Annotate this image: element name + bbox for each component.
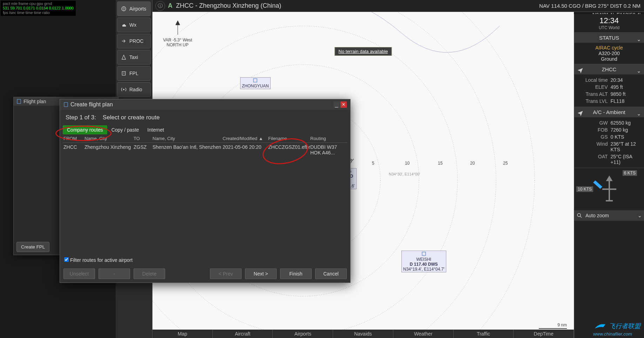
nav-label: PROC [129,38,143,44]
nav-wx[interactable]: Wx [117,18,151,32]
coord-tick: N34°30', E114°00' [389,172,420,176]
cell-from: ZHCC [63,144,84,155]
plane-icon [577,67,583,73]
airac-label: AIRAC cycle [577,45,641,51]
dialog-footer: Unselect - Delete < Prev Next > Finish C… [60,265,350,283]
route-tabs: Company routes Copy / paste Internet [63,125,347,134]
btab-navaids[interactable]: Navaids [333,330,393,338]
info-val: 236°T at 12 KTS [611,141,642,152]
btab-traffic[interactable]: Traffic [454,330,514,338]
unselect-button[interactable]: Unselect [63,269,95,279]
dialog-title[interactable]: Create flight plan _ × [60,99,350,110]
col-name2[interactable]: Name, City [152,136,223,141]
north-indicator: VAR -5.3° WestNORTH UP [163,19,192,47]
weather-icon [121,22,127,28]
col-to[interactable]: TO [134,136,152,141]
filter-checkbox[interactable]: Filter routes for active airport [60,255,350,265]
cell-routing: DUDBI W37 HOK A46... [310,144,347,155]
ground-status: Ground [577,56,641,62]
plane-icon [577,110,583,116]
info-val: 7260 kg [611,127,642,133]
status-section: AIRAC cycle A320-200 Ground [574,43,644,64]
close-icon[interactable]: × [340,101,347,108]
tab-internet[interactable]: Internet [143,125,168,134]
col-created[interactable]: Created/Modified ▲ [223,136,268,141]
status-header[interactable]: STATUS⌄ [574,33,644,43]
cell-name: Zhengzhou Xinzheng [84,144,134,155]
doc-icon [16,99,21,104]
nav-proc[interactable]: PROC [117,34,151,48]
perf-overlay: pact mle frame cpu gpu grnd 531 59.701 0… [1,1,76,16]
info-val: 0 KTS [611,134,642,140]
zhcc-header[interactable]: ZHCC⌄ [574,64,644,74]
cell-to: ZGSZ [134,144,152,155]
col-name[interactable]: Name, City [84,136,134,141]
info-button[interactable]: ⓘ [155,1,165,11]
dash-button[interactable]: - [99,269,130,279]
info-val: 9850 ft [611,91,642,97]
btab-aircraft[interactable]: Aircraft [213,330,273,338]
nav-taxi[interactable]: Taxi [117,50,151,65]
tab-company-routes[interactable]: Company routes [63,125,107,134]
wind-diagram: 6 KTS 10 KTS [574,168,644,210]
prev-button[interactable]: < Prev [210,269,242,279]
chevron-down-icon: ⌄ [637,36,641,42]
col-from[interactable]: FROM [63,136,84,141]
utc-time: 12:34 [577,16,641,25]
zoom-control[interactable]: Auto zoom ⌄ [574,210,644,221]
nav-label: Wx [129,22,136,28]
right-panel: 12:34 UTC World STATUS⌄ AIRAC cycle A320… [574,14,644,338]
nav-airports[interactable]: Airports [117,1,151,16]
finish-button[interactable]: Finish [280,269,312,279]
terrain-warning[interactable]: No terrain data available [335,47,392,56]
nav-label: Taxi [129,54,138,60]
btab-map[interactable]: Map [152,330,213,338]
minimize-icon[interactable]: _ [333,101,340,108]
top-bar: ⓘ A ZHCC - Zhengzhou Xinzheng (China) NA… [152,0,644,12]
utc-label: UTC World [577,25,641,30]
info-key: ELEV [577,84,608,90]
step-indicator: Step 1 of 3: Select or create route [60,110,350,125]
table-row[interactable]: ZHCC Zhengzhou Xinzheng ZGSZ Shenzen Bao… [63,143,347,157]
svg-point-4 [577,213,581,217]
info-key: Trans ALT [577,91,608,97]
sort-icon: ▲ [259,136,263,141]
range-tick: 25 [503,161,508,166]
nav-radio[interactable]: Radio [117,82,151,97]
range-tick: 5 [372,161,374,166]
btab-deptime[interactable]: DepTime [514,330,574,338]
col-routing[interactable]: Routing [310,136,347,141]
next-button[interactable]: Next > [245,269,277,279]
info-key: Local time [577,77,608,83]
info-key: FOB [577,127,608,133]
watermark: 飞行者联盟 www.chinaflier.com [593,322,640,337]
btab-weather[interactable]: Weather [393,330,454,338]
airport-title: A ZHCC - Zhengzhou Xinzheng (China) [168,2,281,9]
info-key: Wind [577,141,608,152]
cell-name2: Shenzen Bao'an Intl, Shenzhen [152,144,223,155]
airport-info: Local time20:34 ELEV495 ft Trans ALT9850… [574,74,644,107]
time-section: 12:34 UTC World [574,14,644,33]
nav-fpl[interactable]: FPL [117,66,151,81]
fpl-icon [121,71,127,76]
cell-filename: ZHCCZGSZ01.efbr [268,144,310,155]
doc-icon [63,102,68,107]
nav-readout: NAV 114.50 CGO / BRG 275° DIST 0.2 NM [539,3,640,9]
range-tick: 15 [438,161,442,166]
info-key: GW [577,120,608,126]
svg-marker-3 [593,180,602,189]
range-tick: 20 [470,161,475,166]
info-key: OAT [577,154,608,165]
filter-check-input[interactable] [64,257,69,262]
svg-rect-1 [122,72,125,75]
btab-airports[interactable]: Airports [273,330,333,338]
tab-copy-paste[interactable]: Copy / paste [107,125,143,134]
col-filename[interactable]: Filename [268,136,310,141]
ac-header[interactable]: A/C - Ambient⌄ [574,107,644,117]
cancel-button[interactable]: Cancel [315,269,347,279]
create-fpl-button[interactable]: Create FPL [16,242,49,252]
globe-icon [121,6,127,12]
info-val: 495 ft [611,84,642,90]
search-icon [576,212,583,219]
delete-button[interactable]: Delete [134,269,165,279]
